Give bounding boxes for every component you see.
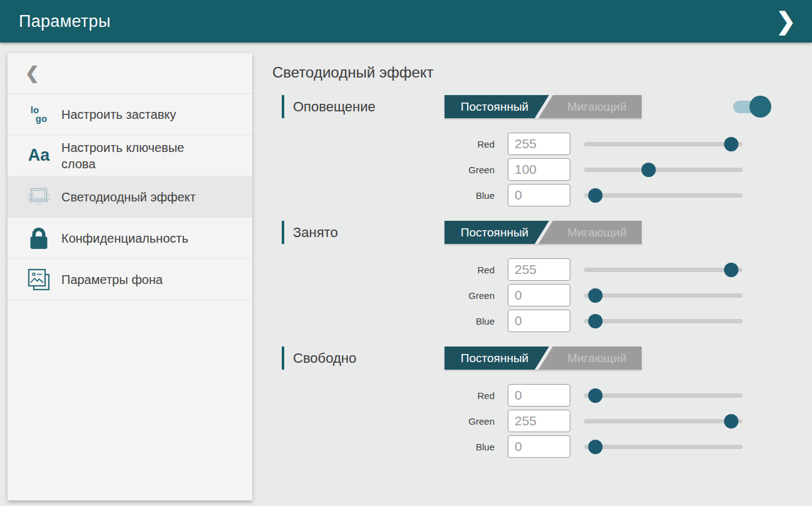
slider-thumb[interactable] [588, 188, 603, 203]
green-input[interactable] [508, 158, 570, 181]
lock-icon [25, 226, 53, 250]
red-slider[interactable] [584, 133, 743, 155]
accent-bar [282, 347, 284, 370]
sidebar-item-screensaver[interactable]: logo Настроить заставку [8, 94, 252, 135]
mode-segmented-control: Постоянный Мигающий [445, 221, 642, 244]
sidebar-item-label: Настроить заставку [61, 106, 176, 123]
app-title: Параметры [19, 12, 111, 31]
notification-enable-toggle[interactable] [733, 101, 765, 113]
sidebar-item-label: Светодиодный эффект [61, 189, 196, 205]
blue-input[interactable] [508, 310, 570, 332]
mode-constant-button[interactable]: Постоянный [445, 221, 545, 244]
app-bar: Параметры ❯ [0, 0, 812, 43]
mode-constant-button[interactable]: Постоянный [445, 95, 545, 118]
slider-thumb[interactable] [724, 137, 739, 151]
section-busy: Занято Постоянный Мигающий Red Green [272, 221, 767, 332]
green-row: Green [272, 284, 767, 306]
slider-thumb[interactable] [724, 414, 739, 428]
green-row: Green [272, 410, 767, 432]
sidebar-back-button[interactable]: ❮ [8, 53, 252, 94]
section-notification: Оповещение Постоянный Мигающий Red Green [272, 95, 767, 206]
toggle-knob [749, 96, 771, 118]
monitor-icon [25, 186, 53, 208]
slider-thumb[interactable] [588, 440, 603, 454]
sidebar-item-label: Конфиденциальность [61, 230, 188, 246]
red-input[interactable] [508, 133, 570, 155]
blue-row: Blue [272, 310, 767, 332]
green-slider[interactable] [584, 284, 743, 306]
blue-input[interactable] [508, 184, 570, 206]
red-slider[interactable] [584, 258, 743, 281]
red-input[interactable] [508, 258, 570, 281]
mode-blinking-button[interactable]: Мигающий [552, 95, 642, 118]
sidebar-item-led-effect[interactable]: Светодиодный эффект [8, 176, 252, 218]
back-chevron-icon: ❮ [25, 63, 39, 83]
sidebar-item-privacy[interactable]: Конфиденциальность [8, 218, 252, 259]
sidebar: ❮ logo Настроить заставку Aa Настроить к… [8, 53, 252, 500]
red-input[interactable] [508, 384, 570, 407]
green-slider[interactable] [584, 410, 743, 432]
blue-slider[interactable] [584, 310, 743, 332]
mode-segmented-control: Постоянный Мигающий [445, 95, 642, 118]
mode-blinking-button[interactable]: Мигающий [552, 221, 642, 244]
green-input[interactable] [508, 284, 570, 306]
section-title: Занято [293, 221, 338, 244]
led-effect-panel: Светодиодный эффект Оповещение Постоянны… [272, 63, 767, 472]
red-slider[interactable] [584, 384, 743, 407]
mode-segmented-control: Постоянный Мигающий [445, 347, 642, 370]
slider-thumb[interactable] [588, 388, 603, 403]
slider-thumb[interactable] [724, 263, 739, 277]
green-slider[interactable] [584, 158, 743, 181]
sidebar-item-label: Настроить ключевые слова [61, 139, 212, 172]
page-title: Светодиодный эффект [272, 63, 767, 83]
section-title: Оповещение [293, 95, 376, 118]
letters-icon: Aa [25, 147, 53, 164]
slider-thumb[interactable] [642, 163, 656, 177]
red-row: Red [272, 384, 767, 407]
slider-thumb[interactable] [588, 314, 603, 328]
blue-slider[interactable] [584, 184, 743, 206]
images-icon [25, 267, 53, 292]
red-row: Red [272, 133, 767, 155]
accent-bar [282, 221, 284, 244]
section-title: Свободно [293, 347, 356, 370]
sidebar-item-label: Параметры фона [61, 271, 163, 288]
slider-thumb[interactable] [588, 288, 603, 303]
forward-chevron-icon[interactable]: ❯ [771, 0, 801, 43]
section-free: Свободно Постоянный Мигающий Red Green [272, 347, 767, 458]
green-input[interactable] [508, 410, 570, 432]
mode-blinking-button[interactable]: Мигающий [552, 347, 642, 370]
blue-row: Blue [272, 184, 767, 206]
accent-bar [282, 95, 284, 118]
green-row: Green [272, 158, 767, 181]
sidebar-item-keywords[interactable]: Aa Настроить ключевые слова [8, 135, 252, 176]
blue-row: Blue [272, 435, 767, 458]
sidebar-item-background[interactable]: Параметры фона [8, 259, 252, 300]
blue-input[interactable] [508, 435, 570, 458]
blue-slider[interactable] [584, 435, 743, 458]
mode-constant-button[interactable]: Постоянный [445, 347, 545, 370]
logo-icon: logo [25, 106, 53, 123]
red-row: Red [272, 258, 767, 281]
